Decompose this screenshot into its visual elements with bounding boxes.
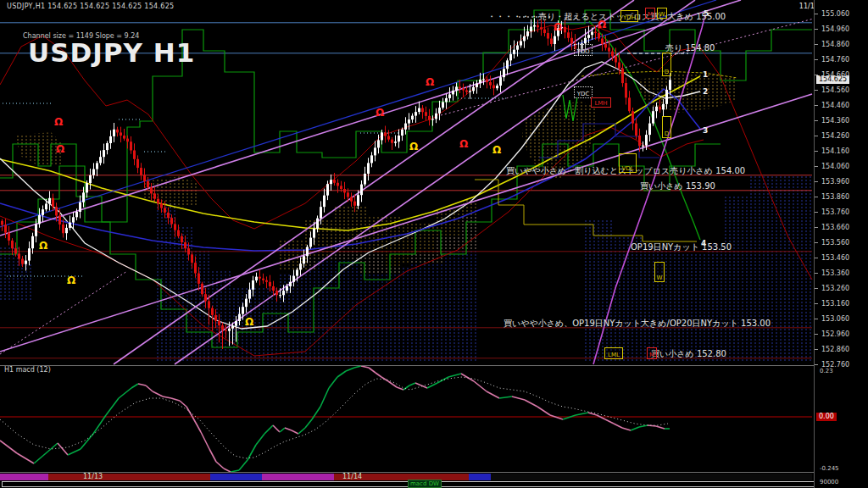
tag-box-ydh: YDH [620, 10, 638, 22]
price-axis-label: 153.760 [821, 208, 849, 216]
ribbon-segment [48, 474, 210, 480]
macd-scale-sub: 90000 [820, 479, 838, 485]
macd-main-line [388, 381, 397, 387]
price-axis-label: 154.760 [821, 56, 849, 64]
macd-main-line [631, 427, 639, 430]
macd-main-line [186, 407, 192, 417]
price-axis-label: 155.060 [821, 10, 849, 18]
tag-box-w: W [657, 8, 667, 19]
macd-main-line [17, 453, 34, 463]
ribbon-segment [210, 474, 262, 480]
macd-main-line [648, 425, 656, 426]
price-axis-label: 153.860 [821, 193, 849, 201]
macd-main-line [81, 434, 93, 449]
omega-marker: Ω [56, 144, 64, 154]
level-annotation-text: 買い小さめ 153.90 [640, 180, 715, 192]
macd-main-line [163, 396, 171, 398]
macd-main-line [192, 417, 201, 432]
macd-scale-top: 0.23 [820, 368, 833, 374]
tag-box-ydc: YDC [574, 86, 593, 98]
price-axis-label: 153.060 [821, 315, 849, 323]
ribbon-segment [469, 474, 491, 480]
price-axis-label: 153.960 [821, 178, 849, 186]
projection-number-5: 5 [704, 9, 709, 18]
axis-tick [815, 319, 818, 319]
tag-box-m: M [645, 8, 655, 19]
date-axis-label: 11/14 [342, 473, 362, 480]
macd-main-line [369, 368, 376, 373]
level-annotation-text: 買い小さめ 152.80 [651, 348, 726, 360]
price-axis-label: 153.160 [821, 300, 849, 308]
macd-main-line [285, 428, 292, 430]
price-axis-label: 152.860 [821, 346, 849, 353]
ribbon-segment [491, 474, 812, 480]
macd-window-separator[interactable] [0, 365, 814, 366]
axis-tick [815, 120, 818, 121]
macd-main-line [264, 425, 273, 434]
projection-number-1: 1 [703, 70, 708, 79]
ribbon-window-separator[interactable] [0, 472, 814, 473]
macd-main-line [622, 428, 631, 430]
macd-main-line [376, 373, 381, 377]
macd-main-line [138, 384, 146, 385]
price-axis-label: 153.560 [821, 239, 849, 247]
axis-tick [815, 166, 818, 167]
axis-tick [815, 75, 818, 75]
chart-canvas[interactable] [0, 0, 868, 488]
tag-box-d: D [662, 116, 671, 138]
tag-box-vdl: VDL [619, 153, 637, 173]
price-axis-label: 153.260 [821, 285, 849, 292]
macd-main-line [146, 385, 153, 391]
omega-marker: Ω [245, 317, 253, 327]
macd-zero-tag: 0.00 [816, 413, 837, 421]
macd-main-line [58, 443, 68, 455]
macd-main-line [131, 384, 138, 388]
ribbon-segment [0, 474, 48, 480]
axis-tick [815, 227, 818, 228]
omega-marker: Ω [67, 275, 75, 286]
macd-main-line [427, 383, 437, 388]
macd-main-line [461, 374, 474, 381]
macd-main-line [0, 441, 17, 453]
macd-main-line [499, 396, 512, 398]
price-axis[interactable]: 154.625 0.00 0.23 -0.245 90000 155.06015… [814, 0, 868, 488]
axis-tick [815, 242, 818, 243]
cloud-region [639, 72, 737, 113]
axis-tick [815, 44, 818, 45]
price-axis-label: 154.460 [821, 102, 849, 109]
omega-marker: Ω [459, 139, 468, 149]
axis-tick [815, 136, 818, 136]
macd-main-line [209, 449, 216, 462]
macd-main-line [51, 443, 58, 449]
projection-number-4: 4 [701, 239, 706, 247]
omega-marker: Ω [554, 22, 562, 32]
macd-main-line [487, 391, 499, 398]
cloud-region [583, 175, 812, 363]
price-axis-label: 153.660 [821, 224, 849, 231]
price-axis-label: 154.260 [821, 132, 849, 140]
tag-box-lml: LML [604, 347, 623, 359]
trading-chart-window: USDJPY,H1 154.625 154.625 154.625 154.62… [0, 0, 868, 488]
macd-main-line [337, 371, 346, 377]
macd-main-line [239, 460, 248, 470]
level-annotation-text: 売り 154.80 [665, 42, 715, 54]
symbol-ohlc-line: USDJPY,H1 154.625 154.625 154.625 154.62… [7, 3, 174, 10]
projection-number-3: 3 [703, 126, 708, 135]
axis-tick [815, 181, 818, 182]
macd-main-line [346, 368, 354, 371]
axis-tick [815, 14, 818, 14]
macd-dw-label: macd DW [408, 480, 442, 488]
omega-marker: Ω [409, 141, 418, 152]
axis-tick [815, 364, 818, 365]
macd-main-line [320, 388, 329, 407]
macd-main-line [512, 396, 525, 400]
tag-box-ydo: YDO [574, 44, 593, 56]
macd-main-line [576, 413, 588, 415]
axis-tick [815, 303, 818, 304]
tag-box-d: D [662, 53, 671, 76]
axis-tick [815, 334, 818, 335]
macd-main-line [256, 434, 264, 445]
price-axis-label: 153.360 [821, 269, 849, 277]
axis-tick [815, 273, 818, 274]
omega-marker: Ω [492, 145, 501, 155]
